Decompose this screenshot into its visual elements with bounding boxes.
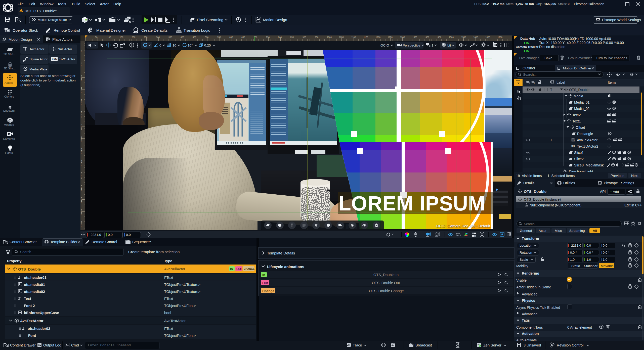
svg-text:R: R (534, 82, 535, 84)
svg-text:E: E (529, 82, 530, 84)
